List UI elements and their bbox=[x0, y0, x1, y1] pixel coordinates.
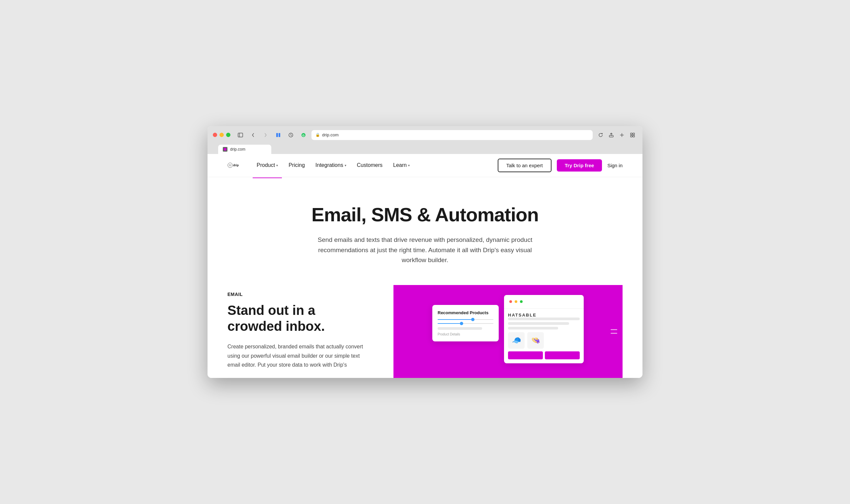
tab-title: drip.com bbox=[230, 147, 245, 151]
feature-label: Email bbox=[227, 292, 367, 297]
hero-section: Email, SMS & Automation Send emails and … bbox=[208, 177, 642, 285]
hat-buttons bbox=[508, 352, 580, 359]
hatsable-dot-yellow bbox=[515, 300, 517, 303]
svg-point-14 bbox=[229, 165, 230, 165]
url-text: drip.com bbox=[322, 132, 339, 137]
svg-rect-8 bbox=[630, 133, 632, 135]
sidebar-toggle-button[interactable] bbox=[236, 130, 245, 140]
nav-item-learn-label: Learn bbox=[393, 162, 407, 168]
nav-chevron-product: ▾ bbox=[276, 164, 278, 167]
hat-cta-button-2 bbox=[545, 352, 580, 359]
hat-products: 🧢 👒 bbox=[508, 332, 580, 349]
svg-rect-2 bbox=[276, 133, 278, 137]
svg-rect-3 bbox=[279, 133, 280, 137]
recommended-products-title: Recommended Products bbox=[438, 310, 493, 315]
logo-link[interactable]: drip bbox=[227, 159, 239, 171]
tab-favicon bbox=[223, 147, 227, 151]
toolbar-icons bbox=[596, 130, 637, 140]
recommended-products-card: Recommended Products Pr bbox=[432, 305, 499, 341]
svg-rect-10 bbox=[630, 136, 632, 137]
slider-thumb-2[interactable] bbox=[460, 322, 463, 325]
hatsable-lines bbox=[508, 318, 580, 329]
svg-rect-11 bbox=[633, 136, 635, 137]
hat-cta-button-1 bbox=[508, 352, 543, 359]
traffic-light-red[interactable] bbox=[213, 133, 217, 137]
nav-item-product[interactable]: Product ▾ bbox=[253, 160, 282, 171]
forward-button[interactable] bbox=[261, 130, 270, 140]
svg-rect-7 bbox=[609, 136, 613, 137]
slider-fill-1 bbox=[438, 319, 471, 320]
feature-heading: Stand out in a crowded inbox. bbox=[227, 302, 367, 334]
side-bar-1 bbox=[611, 329, 617, 330]
svg-rect-9 bbox=[633, 133, 635, 135]
nav-item-customers-label: Customers bbox=[357, 162, 382, 168]
hatsable-dot-red bbox=[509, 300, 512, 303]
sign-in-link[interactable]: Sign in bbox=[607, 163, 623, 168]
hatsable-brand-title: HATSABLE bbox=[508, 312, 580, 318]
slider-row-2 bbox=[438, 323, 493, 324]
extension-icon-2[interactable] bbox=[286, 130, 295, 140]
nav-actions: Talk to an expert Try Drip free Sign in bbox=[498, 159, 623, 172]
mock-line-1 bbox=[438, 327, 482, 330]
side-bar-2 bbox=[611, 333, 617, 334]
try-drip-free-button[interactable]: Try Drip free bbox=[557, 159, 602, 172]
logo-icon: drip bbox=[227, 159, 239, 171]
nav-item-customers[interactable]: Customers bbox=[353, 160, 386, 171]
slider-track-2 bbox=[438, 323, 493, 324]
svg-rect-0 bbox=[238, 133, 243, 137]
nav-item-integrations[interactable]: Integrations ▾ bbox=[311, 160, 350, 171]
slider-track-1 bbox=[438, 319, 493, 320]
nav-chevron-integrations: ▾ bbox=[345, 164, 346, 167]
side-decoration-bars bbox=[611, 329, 617, 334]
website-content: drip Product ▾ Pricing Integrations ▾ Cu… bbox=[208, 154, 642, 378]
main-nav: drip Product ▾ Pricing Integrations ▾ Cu… bbox=[208, 154, 642, 177]
tabs-button[interactable] bbox=[628, 130, 637, 140]
nav-item-product-label: Product bbox=[257, 162, 275, 168]
svg-text:G: G bbox=[302, 134, 305, 137]
mock-small-text: Product Details bbox=[438, 332, 493, 336]
reload-button[interactable] bbox=[596, 130, 605, 140]
slider-thumb-1[interactable] bbox=[471, 318, 474, 321]
nav-item-learn[interactable]: Learn ▾ bbox=[389, 160, 414, 171]
browser-tab[interactable]: drip.com bbox=[218, 145, 271, 154]
nav-links: Product ▾ Pricing Integrations ▾ Custome… bbox=[253, 160, 498, 171]
browser-toolbar: G 🔒 drip.com bbox=[213, 130, 637, 140]
address-bar[interactable]: 🔒 drip.com bbox=[311, 130, 593, 140]
slider-fill-2 bbox=[438, 323, 460, 324]
nav-chevron-learn: ▾ bbox=[408, 164, 410, 167]
feature-text: Email Stand out in a crowded inbox. Crea… bbox=[227, 285, 367, 369]
address-bar-container: 🔒 drip.com bbox=[311, 130, 593, 140]
hero-title: Email, SMS & Automation bbox=[227, 204, 623, 226]
svg-point-12 bbox=[224, 148, 226, 151]
traffic-light-yellow[interactable] bbox=[220, 133, 224, 137]
slider-row-1 bbox=[438, 319, 493, 320]
talk-to-expert-button[interactable]: Talk to an expert bbox=[498, 159, 552, 172]
extension-icon-3[interactable]: G bbox=[299, 130, 308, 140]
hat-item-2: 👒 bbox=[527, 332, 544, 349]
hatsable-card: HATSABLE 🧢 👒 bbox=[504, 295, 584, 363]
hero-subtitle: Send emails and texts that drive revenue… bbox=[312, 235, 538, 265]
new-tab-button[interactable] bbox=[617, 130, 627, 140]
lock-icon: 🔒 bbox=[315, 133, 320, 137]
hatsable-line-1 bbox=[508, 318, 580, 320]
hatsable-header bbox=[504, 295, 584, 309]
extension-icon-1[interactable] bbox=[274, 130, 283, 140]
browser-window: G 🔒 drip.com bbox=[208, 126, 642, 378]
svg-point-15 bbox=[230, 165, 231, 165]
nav-item-pricing-label: Pricing bbox=[289, 162, 305, 168]
svg-text:drip: drip bbox=[233, 164, 239, 167]
feature-description: Create personalized, branded emails that… bbox=[227, 342, 367, 369]
traffic-lights bbox=[213, 133, 230, 137]
tab-bar: drip.com bbox=[213, 143, 637, 154]
hatsable-line-2 bbox=[508, 322, 569, 325]
hatsable-body: HATSABLE 🧢 👒 bbox=[504, 309, 584, 363]
hat-item-1: 🧢 bbox=[508, 332, 525, 349]
svg-point-13 bbox=[228, 163, 232, 167]
browser-chrome: G 🔒 drip.com bbox=[208, 126, 642, 154]
feature-visual: Recommended Products Pr bbox=[394, 285, 623, 378]
hatsable-line-3 bbox=[508, 327, 558, 329]
back-button[interactable] bbox=[248, 130, 258, 140]
traffic-light-green[interactable] bbox=[226, 133, 230, 137]
nav-item-pricing[interactable]: Pricing bbox=[284, 160, 309, 171]
share-button[interactable] bbox=[607, 130, 616, 140]
